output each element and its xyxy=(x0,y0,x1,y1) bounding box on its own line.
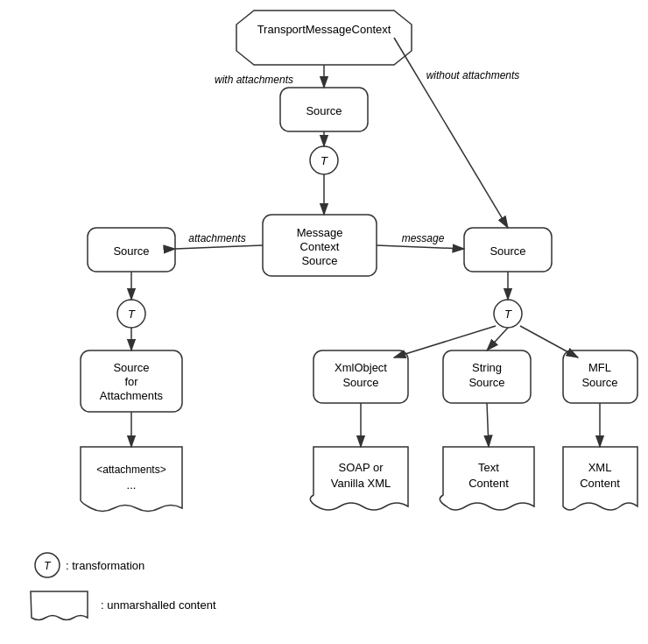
string-source-line2: Source xyxy=(468,376,504,389)
diagram-container: TransportMessageContext Source T Message… xyxy=(0,0,648,644)
soap-line1: SOAP or xyxy=(338,461,384,474)
edge-msg-source-left xyxy=(175,245,263,249)
source-attach-line3: Attachments xyxy=(100,389,164,402)
text-line1: Text xyxy=(478,461,499,474)
soap-line2: Vanilla XML xyxy=(331,477,391,490)
source-attach-line2: for xyxy=(124,375,138,388)
msg-ctx-line1: Message xyxy=(297,226,343,239)
transport-label: TransportMessageContext xyxy=(257,23,391,36)
text-line2: Content xyxy=(468,477,509,490)
t-left-label: T xyxy=(128,308,136,321)
source-top-label: Source xyxy=(306,104,342,117)
attachments-line2: ... xyxy=(127,478,137,492)
label-attachments: attachments xyxy=(188,232,245,244)
diagram-svg: TransportMessageContext Source T Message… xyxy=(0,0,648,644)
legend-torn-desc: : unmarshalled content xyxy=(101,598,216,612)
xml-line1: XML xyxy=(588,461,612,474)
xml-line2: Content xyxy=(580,477,620,490)
transport-node xyxy=(236,11,412,65)
t-right-label: T xyxy=(504,308,512,321)
attachments-line1: <attachments> xyxy=(96,464,166,476)
edge-t-right-string xyxy=(487,328,508,350)
legend-t-desc: : transformation xyxy=(66,559,144,572)
xmlobject-line1: XmlObject xyxy=(335,361,387,374)
msg-ctx-line2: Context xyxy=(300,240,340,253)
string-source-line1: String xyxy=(472,361,502,374)
source-attach-line1: Source xyxy=(113,361,149,374)
mfl-source-line1: MFL xyxy=(588,361,611,374)
edge-msg-source-right xyxy=(377,245,464,249)
source-right-label: Source xyxy=(490,244,525,258)
label-message: message xyxy=(402,232,445,244)
t-top-label: T xyxy=(320,154,328,167)
legend-torn-shape xyxy=(31,591,88,620)
msg-ctx-line3: Source xyxy=(301,254,337,267)
label-without-attach: without attachments xyxy=(426,69,520,81)
source-left-label: Source xyxy=(113,244,149,258)
edge-string-text xyxy=(487,403,489,447)
edge-t-right-mfl xyxy=(520,326,578,357)
xmlobject-line2: Source xyxy=(342,376,378,389)
mfl-source-line2: Source xyxy=(581,376,617,389)
edge-transport-source-right xyxy=(394,38,508,228)
label-with-attach: with attachments xyxy=(215,74,293,86)
